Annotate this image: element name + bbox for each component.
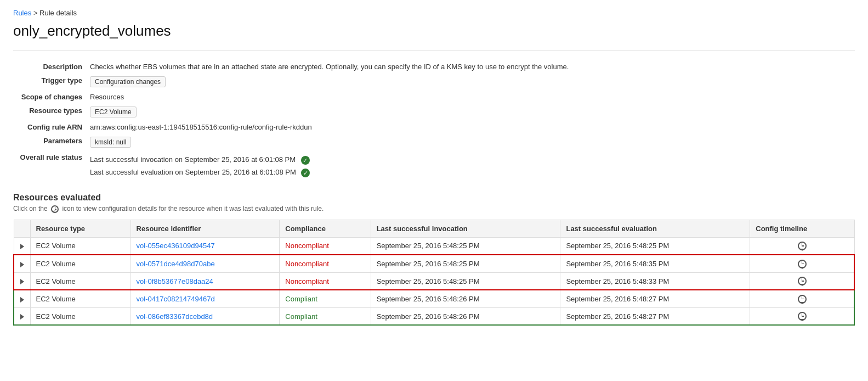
resource-identifier-cell[interactable]: vol-055ec436109d94547 [131,237,280,255]
config-rule-arn-value: arn:aws:config:us-east-1:194518515516:co… [90,120,574,134]
resources-section: Resources evaluated Click on the icon to… [13,193,855,326]
last-evaluation-cell: September 25, 2016 5:48:25 PM [560,237,750,255]
config-clock-inline-icon [51,205,59,213]
parameters-value: kmsId: null [90,134,574,150]
parameters-label: Parameters [13,134,90,150]
resource-type-cell: EC2 Volume [30,255,131,272]
resources-section-title: Resources evaluated [13,193,855,203]
col-config-timeline: Config timeline [750,220,854,237]
compliance-cell: Noncompliant [280,255,371,272]
config-timeline-icon[interactable] [798,277,807,285]
invocation-status-line: Last successful invocation on September … [90,153,569,166]
compliance-cell: Compliant [280,290,371,307]
config-timeline-cell[interactable] [750,307,854,325]
breadcrumb-current: Rule details [39,9,77,17]
evaluation-check-icon: ✓ [301,169,310,177]
meta-row-arn: Config rule ARN arn:aws:config:us-east-1… [13,120,574,134]
description-label: Description [13,60,90,74]
resource-type-cell: EC2 Volume [30,272,131,290]
expand-cell[interactable] [14,272,30,290]
expand-arrow-icon[interactable] [20,279,24,284]
col-last-evaluation: Last successful evaluation [560,220,750,237]
config-timeline-cell[interactable] [750,255,854,272]
config-timeline-icon[interactable] [798,260,807,268]
trigger-type-value: Configuration changes [90,74,574,90]
meta-row-status: Overall rule status Last successful invo… [13,150,574,182]
breadcrumb-separator: > [33,9,39,17]
table-row: EC2 Volume vol-086ef83367dcebd8d Complia… [14,307,854,325]
resource-type-cell: EC2 Volume [30,290,131,307]
resource-identifier-link[interactable]: vol-0571dce4d98d70abe [137,260,215,268]
config-timeline-cell[interactable] [750,237,854,255]
resource-identifier-cell[interactable]: vol-086ef83367dcebd8d [131,307,280,325]
config-timeline-icon[interactable] [798,295,807,304]
col-compliance: Compliance [280,220,371,237]
expand-arrow-icon[interactable] [20,244,24,249]
expand-arrow-icon[interactable] [20,297,24,302]
table-body: EC2 Volume vol-055ec436109d94547 Noncomp… [14,237,854,325]
expand-cell[interactable] [14,237,30,255]
meta-row-parameters: Parameters kmsId: null [13,134,574,150]
resource-identifier-link[interactable]: vol-0f8b53677e08daa24 [137,277,213,285]
config-timeline-cell[interactable] [750,290,854,307]
last-invocation-cell: September 25, 2016 5:48:25 PM [371,272,560,290]
col-expand [14,220,30,237]
invocation-check-icon: ✓ [301,156,310,165]
breadcrumb-rules-link[interactable]: Rules [13,9,31,17]
evaluation-status-line: Last successful evaluation on September … [90,166,569,178]
resource-type-cell: EC2 Volume [30,237,131,255]
resource-identifier-cell[interactable]: vol-0417c08214749467d [131,290,280,307]
table-row: EC2 Volume vol-0417c08214749467d Complia… [14,290,854,307]
resource-types-badge: EC2 Volume [90,107,137,117]
config-timeline-cell[interactable] [750,272,854,290]
meta-table: Description Checks whether EBS volumes t… [13,60,574,182]
compliance-cell: Noncompliant [280,272,371,290]
config-timeline-icon[interactable] [798,242,807,250]
expand-cell[interactable] [14,290,30,307]
resource-types-label: Resource types [13,104,90,120]
resource-types-value: EC2 Volume [90,104,574,120]
description-value: Checks whether EBS volumes that are in a… [90,60,574,74]
table-header-row: Resource type Resource identifier Compli… [14,220,854,237]
last-evaluation-cell: September 25, 2016 5:48:27 PM [560,307,750,325]
table-row: EC2 Volume vol-055ec436109d94547 Noncomp… [14,237,854,255]
parameters-badge: kmsId: null [90,137,131,148]
last-invocation-cell: September 25, 2016 5:48:25 PM [371,237,560,255]
table-row: EC2 Volume vol-0f8b53677e08daa24 Noncomp… [14,272,854,290]
resources-section-subtitle: Click on the icon to view configuration … [13,205,855,213]
last-invocation-cell: September 25, 2016 5:48:26 PM [371,290,560,307]
meta-row-scope: Scope of changes Resources [13,90,574,104]
resource-identifier-link[interactable]: vol-086ef83367dcebd8d [137,312,213,321]
subtitle-text-before: Click on the [13,205,48,212]
expand-cell[interactable] [14,255,30,272]
meta-row-resource-types: Resource types EC2 Volume [13,104,574,120]
expand-arrow-icon[interactable] [20,314,24,320]
resources-table: Resource type Resource identifier Compli… [13,220,855,326]
col-resource-identifier: Resource identifier [131,220,280,237]
meta-row-trigger: Trigger type Configuration changes [13,74,574,90]
col-last-invocation: Last successful invocation [371,220,560,237]
resource-identifier-cell[interactable]: vol-0f8b53677e08daa24 [131,272,280,290]
resource-type-cell: EC2 Volume [30,307,131,325]
resource-identifier-link[interactable]: vol-0417c08214749467d [137,295,215,303]
page-title: only_encrypted_volumes [13,23,855,40]
evaluation-status-text: Last successful evaluation on September … [90,168,296,176]
subtitle-text-after: icon to view configuration details for t… [62,205,324,212]
last-invocation-cell: September 25, 2016 5:48:26 PM [371,307,560,325]
overall-status-value: Last successful invocation on September … [90,150,574,182]
table-row: EC2 Volume vol-0571dce4d98d70abe Noncomp… [14,255,854,272]
expand-arrow-icon[interactable] [20,262,24,267]
trigger-type-badge: Configuration changes [90,76,166,87]
table-header: Resource type Resource identifier Compli… [14,220,854,237]
compliance-cell: Noncompliant [280,237,371,255]
resource-identifier-cell[interactable]: vol-0571dce4d98d70abe [131,255,280,272]
scope-value: Resources [90,90,574,104]
divider [13,51,855,51]
trigger-type-label: Trigger type [13,74,90,90]
expand-cell[interactable] [14,307,30,325]
config-timeline-icon[interactable] [798,312,807,321]
compliance-cell: Compliant [280,307,371,325]
overall-status-label: Overall rule status [13,150,90,182]
resource-identifier-link[interactable]: vol-055ec436109d94547 [137,242,215,250]
scope-label: Scope of changes [13,90,90,104]
